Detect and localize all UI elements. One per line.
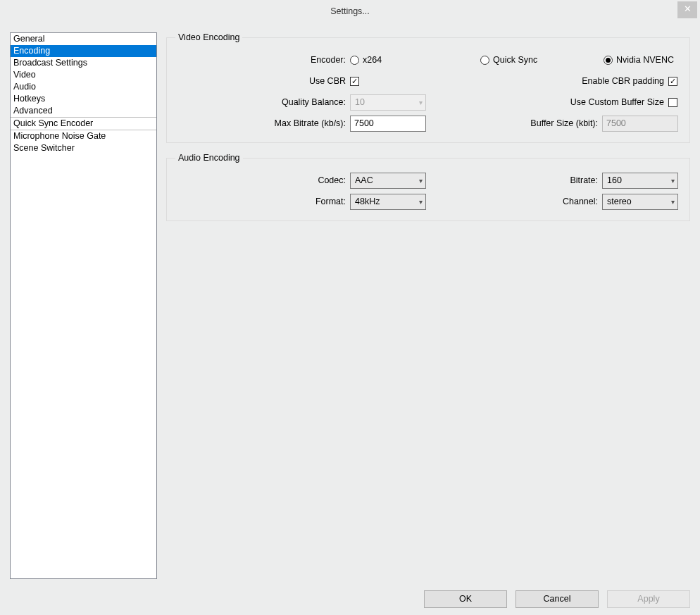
sidebar-item-microphone-noise-gate[interactable]: Microphone Noise Gate xyxy=(11,130,156,142)
audio-encoding-legend: Audio Encoding xyxy=(175,153,243,163)
sidebar-item-broadcast-settings[interactable]: Broadcast Settings xyxy=(11,57,156,69)
encoder-option-nvenc-label: Nvidia NVENC xyxy=(616,55,674,65)
settings-panel: Video Encoding Encoder: x264 Quick Sync xyxy=(166,32,690,231)
sidebar-item-advanced[interactable]: Advanced xyxy=(11,105,156,117)
sidebar-item-audio[interactable]: Audio xyxy=(11,81,156,93)
close-icon: ✕ xyxy=(684,4,692,14)
video-encoding-group: Video Encoding Encoder: x264 Quick Sync xyxy=(166,32,690,143)
ok-button[interactable]: OK xyxy=(424,590,507,608)
chevron-down-icon: ▾ xyxy=(671,177,675,185)
sidebar-item-video[interactable]: Video xyxy=(11,69,156,81)
sidebar-item-general[interactable]: General xyxy=(11,33,156,45)
quality-balance-value: 10 xyxy=(355,97,365,107)
quality-row: Quality Balance: 10 ▾ Use Custom Buffer … xyxy=(175,92,681,113)
audio-encoding-group: Audio Encoding Codec: AAC ▾ Bitrate: 160… xyxy=(166,153,690,221)
use-custom-buffer-label: Use Custom Buffer Size xyxy=(435,97,668,107)
settings-category-list[interactable]: GeneralEncodingBroadcast SettingsVideoAu… xyxy=(10,32,157,579)
radio-icon xyxy=(480,56,489,65)
dialog-footer: OK Cancel Apply xyxy=(424,590,690,608)
encoder-row: Encoder: x264 Quick Sync Nvidia NVENC xyxy=(175,49,681,70)
max-bitrate-label: Max Bitrate (kb/s): xyxy=(175,118,350,128)
sidebar-item-hotkeys[interactable]: Hotkeys xyxy=(11,93,156,105)
codec-label: Codec: xyxy=(175,175,350,185)
audio-bitrate-label: Bitrate: xyxy=(435,175,602,185)
title-bar: Settings... ✕ xyxy=(0,0,700,23)
cbr-row: Use CBR ✓ Enable CBR padding ✓ xyxy=(175,70,681,92)
format-value: 48kHz xyxy=(355,197,380,206)
chevron-down-icon: ▾ xyxy=(671,198,675,206)
channel-select[interactable]: stereo ▾ xyxy=(602,194,678,210)
enable-cbr-padding-label: Enable CBR padding xyxy=(435,76,668,86)
audio-bitrate-select[interactable]: 160 ▾ xyxy=(602,173,678,189)
sidebar-item-scene-switcher[interactable]: Scene Switcher xyxy=(11,142,156,154)
sidebar-item-encoding[interactable]: Encoding xyxy=(11,45,156,57)
use-cbr-label: Use CBR xyxy=(175,76,350,86)
encoder-option-x264[interactable]: x264 xyxy=(350,55,435,65)
encoder-option-nvenc[interactable]: Nvidia NVENC xyxy=(604,55,674,65)
window-title: Settings... xyxy=(330,0,370,23)
audio-bitrate-value: 160 xyxy=(607,175,622,185)
encoder-option-quicksync-label: Quick Sync xyxy=(493,55,537,65)
channel-label: Channel: xyxy=(435,197,602,206)
codec-row: Codec: AAC ▾ Bitrate: 160 ▾ xyxy=(175,170,681,191)
video-encoding-legend: Video Encoding xyxy=(175,32,242,42)
apply-button: Apply xyxy=(607,590,690,608)
format-row: Format: 48kHz ▾ Channel: stereo ▾ xyxy=(175,191,681,212)
buffer-size-input xyxy=(602,116,678,132)
radio-icon xyxy=(604,56,613,65)
encoder-option-quicksync[interactable]: Quick Sync xyxy=(480,55,572,65)
close-button[interactable]: ✕ xyxy=(677,1,697,18)
chevron-down-icon: ▾ xyxy=(419,198,423,206)
codec-value: AAC xyxy=(355,175,373,185)
max-bitrate-input[interactable] xyxy=(350,116,426,132)
sidebar-item-quick-sync-encoder[interactable]: Quick Sync Encoder xyxy=(11,118,156,130)
use-cbr-checkbox[interactable]: ✓ xyxy=(350,77,359,86)
quality-balance-select: 10 ▾ xyxy=(350,94,426,111)
radio-icon xyxy=(350,56,359,65)
encoder-label: Encoder: xyxy=(175,55,350,65)
use-custom-buffer-checkbox[interactable]: ✓ xyxy=(668,98,677,107)
chevron-down-icon: ▾ xyxy=(419,177,423,185)
chevron-down-icon: ▾ xyxy=(419,99,423,106)
format-select[interactable]: 48kHz ▾ xyxy=(350,194,426,210)
codec-select[interactable]: AAC ▾ xyxy=(350,173,426,189)
bitrate-row: Max Bitrate (kb/s): Buffer Size (kbit): xyxy=(175,113,681,134)
format-label: Format: xyxy=(175,197,350,206)
encoder-option-x264-label: x264 xyxy=(363,55,382,65)
enable-cbr-padding-checkbox[interactable]: ✓ xyxy=(668,77,677,86)
cancel-button[interactable]: Cancel xyxy=(515,590,599,608)
buffer-size-label: Buffer Size (kbit): xyxy=(435,118,602,128)
quality-balance-label: Quality Balance: xyxy=(175,97,350,107)
channel-value: stereo xyxy=(607,197,632,206)
